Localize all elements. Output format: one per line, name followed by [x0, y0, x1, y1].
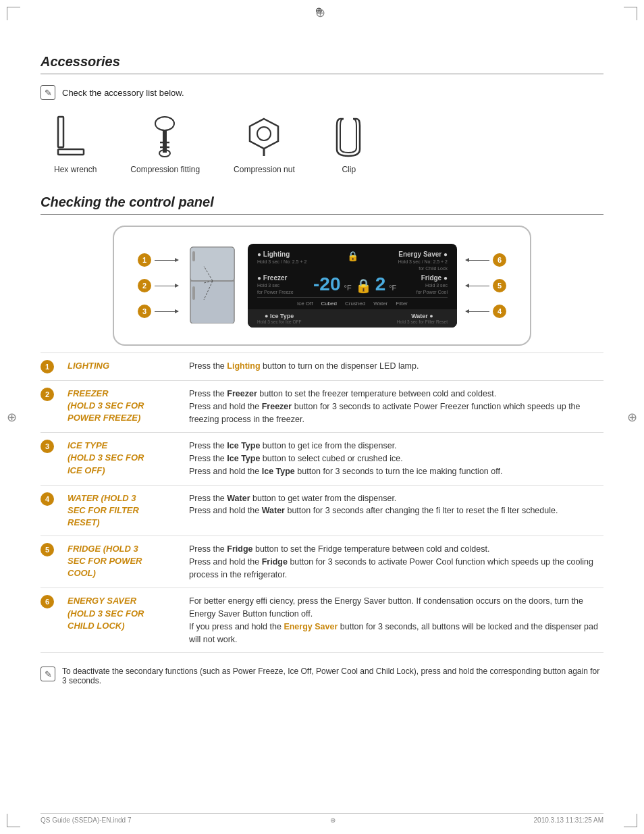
cubed: Cubed: [321, 301, 337, 307]
freezer-unit: °F: [344, 284, 352, 292]
desc-num-1: 1: [41, 360, 54, 373]
arrow-4: [466, 311, 489, 312]
desc-text-3: Press the Ice Type button to get ice fro…: [189, 440, 603, 477]
desc-label-4: WATER (HOLD 3SEC FOR FILTERRESET): [68, 492, 176, 529]
compression-fitting-icon: [145, 113, 186, 161]
desc-text-1: Press the Lighting button to turn on the…: [189, 360, 603, 373]
desc-num-4: 4: [41, 492, 54, 506]
desc-label-5: FRIDGE (HOLD 3SEC FOR POWERCOOL): [68, 543, 176, 580]
desc-row-1: 1 LIGHTING Press the Lighting button to …: [41, 353, 603, 381]
compression-fitting-svg: [146, 115, 184, 159]
right-crosshair: ⊕: [627, 410, 637, 425]
arrow-3: [155, 311, 178, 312]
top-crosshair: ⊕: [315, 5, 329, 19]
water-btn: Water ● Hold 3 sec for Filter Reset: [397, 313, 448, 324]
desc-label-3: ICE TYPE(HOLD 3 SEC FORICE OFF): [68, 440, 176, 477]
panel-diagram: 1 2 3: [41, 226, 603, 346]
arrow-5: [466, 286, 489, 286]
footer-center-crosshair: ⊕: [330, 816, 336, 824]
bottom-note-icon: ✎: [41, 667, 55, 681]
desc-label-1: LIGHTING: [68, 360, 176, 372]
compression-fitting-label: Compression fitting: [130, 165, 200, 174]
num-6-circle: 6: [493, 253, 506, 267]
clip-label: Clip: [342, 165, 356, 174]
accessories-items: Hex wrench Compression fitting: [54, 113, 603, 174]
fridge-image: [187, 246, 238, 325]
desc-text-5: Press the Fridge button to set the Fridg…: [189, 543, 603, 581]
accessory-compression-nut: Compression nut: [234, 113, 295, 174]
descriptions-list: 1 LIGHTING Press the Lighting button to …: [41, 353, 603, 653]
crushed: Crushed: [345, 301, 365, 307]
desc-label-6: ENERGY SAVER(HOLD 3 SEC FORCHILD LOCK): [68, 595, 176, 632]
label-5: 5: [466, 279, 506, 292]
accessories-note-text: Check the accessory list below.: [62, 88, 184, 98]
corner-mark-tr: [624, 7, 637, 20]
corner-mark-br: [624, 814, 637, 827]
desc-row-5: 5 FRIDGE (HOLD 3SEC FOR POWERCOOL) Press…: [41, 536, 603, 588]
svg-marker-7: [250, 119, 278, 149]
arrow-1: [155, 260, 178, 261]
water-opt: Water: [373, 301, 387, 307]
desc-num-5: 5: [41, 543, 54, 556]
footer-left: QS Guide (SSEDA)-EN.indd 7: [41, 816, 132, 824]
freezer-label: ● Freezer Hold 3 sec for Power Freeze: [257, 274, 294, 295]
svg-point-8: [257, 127, 271, 140]
svg-point-2: [155, 117, 174, 130]
bottom-bar: ● Ice Type Hold 3 sec for Ice OFF Water …: [248, 309, 457, 328]
accessory-clip: Clip: [329, 113, 369, 174]
desc-num-2: 2: [41, 388, 54, 401]
right-labels: 6 5 4: [466, 253, 506, 318]
num-1-circle: 1: [138, 253, 151, 267]
filter-opt: Filter: [396, 301, 408, 307]
control-panel-title: Checking the control panel: [41, 194, 603, 210]
compression-nut-label: Compression nut: [234, 165, 295, 174]
note-icon: ✎: [41, 85, 55, 100]
num-4-circle: 4: [493, 305, 506, 318]
bottom-note: ✎ To deactivate the secondary functions …: [41, 667, 603, 685]
svg-rect-0: [58, 117, 63, 147]
desc-label-2: FREEZER(HOLD 3 SEC FORPOWER FREEZE): [68, 388, 176, 425]
corner-mark-bl: [7, 814, 20, 827]
left-crosshair: ⊕: [7, 410, 17, 425]
svg-rect-1: [58, 149, 84, 155]
fridge-svg: [187, 246, 238, 323]
num-3-circle: 3: [138, 305, 151, 318]
control-panel-section: Checking the control panel 1 2: [41, 194, 603, 685]
accessories-divider: [41, 74, 603, 74]
label-3: 3: [138, 305, 178, 318]
desc-row-3: 3 ICE TYPE(HOLD 3 SEC FORICE OFF) Press …: [41, 433, 603, 485]
compression-nut-svg: [246, 115, 283, 159]
arrow-2: [155, 286, 178, 286]
hex-wrench-icon: [55, 113, 96, 161]
ice-off: Ice Off: [297, 301, 313, 307]
fridge-temp: 2: [375, 273, 386, 295]
left-labels: 1 2 3: [138, 253, 178, 318]
desc-num-3: 3: [41, 440, 54, 453]
num-5-circle: 5: [493, 279, 506, 292]
control-panel-box: ● Lighting Hold 3 sec / No: 2.5 + 2 🔒 En…: [248, 244, 457, 328]
ice-options: Ice Off Cubed Crushed Water Filter: [257, 297, 448, 307]
svg-rect-16: [192, 286, 195, 300]
corner-mark-tl: [7, 7, 20, 20]
compression-nut-icon: [244, 113, 284, 161]
arrow-6: [466, 260, 489, 261]
lighting-label: ● Lighting Hold 3 sec / No: 2.5 + 2: [257, 251, 306, 265]
accessories-title: Accessories: [41, 54, 603, 70]
desc-text-4: Press the Water button to get water from…: [189, 492, 603, 518]
accessory-compression-fitting: Compression fitting: [130, 113, 200, 174]
desc-row-4: 4 WATER (HOLD 3SEC FOR FILTERRESET) Pres…: [41, 486, 603, 537]
desc-row-6: 6 ENERGY SAVER(HOLD 3 SEC FORCHILD LOCK)…: [41, 588, 603, 653]
desc-num-6: 6: [41, 595, 54, 608]
clip-svg: [330, 115, 367, 159]
desc-text-6: For better energy effi ciency, press the…: [189, 595, 603, 646]
label-4: 4: [466, 305, 506, 318]
page-footer: QS Guide (SSEDA)-EN.indd 7 ⊕ 2010.3.13 1…: [41, 813, 603, 824]
bottom-note-text: To deactivate the secondary functions (s…: [62, 667, 603, 685]
num-2-circle: 2: [138, 279, 151, 292]
desc-row-2: 2 FREEZER(HOLD 3 SEC FORPOWER FREEZE) Pr…: [41, 381, 603, 433]
footer-right: 2010.3.13 11:31:25 AM: [534, 816, 603, 824]
fridge-unit: °F: [389, 284, 396, 292]
label-6: 6: [466, 253, 506, 267]
accessories-note: ✎ Check the accessory list below.: [41, 85, 603, 100]
accessories-section: Accessories ✎ Check the accessory list b…: [41, 54, 603, 174]
